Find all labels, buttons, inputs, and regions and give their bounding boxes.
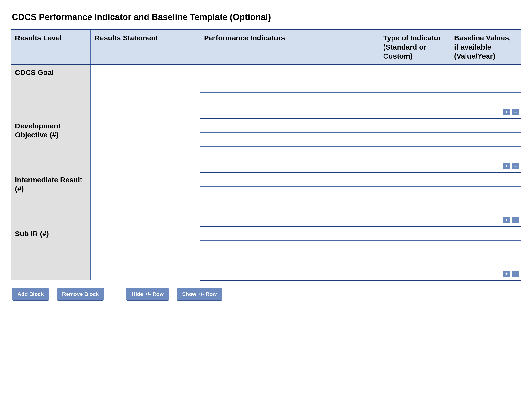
baseline-cell[interactable] (450, 254, 521, 268)
remove-row-button[interactable]: − (512, 163, 519, 169)
baseline-cell[interactable] (450, 187, 521, 200)
type-cell[interactable] (379, 92, 450, 106)
remove-row-button[interactable]: − (512, 271, 519, 277)
page-title: CDCS Performance Indicator and Baseline … (12, 12, 521, 22)
indicator-cell[interactable] (200, 200, 379, 214)
col-header-results-statement: Results Statement (91, 29, 200, 65)
pm-row: + − (200, 214, 521, 226)
show-row-button[interactable]: Show +/- Row (177, 288, 222, 300)
table-row: Intermediate Result (#) (11, 172, 521, 187)
baseline-cell[interactable] (450, 226, 521, 241)
indicator-cell[interactable] (200, 132, 379, 146)
indicator-cell[interactable] (200, 254, 379, 268)
results-statement-cell[interactable] (91, 226, 200, 280)
col-header-performance-indicators: Performance Indicators (200, 29, 379, 65)
baseline-cell[interactable] (450, 79, 521, 92)
indicator-cell[interactable] (200, 92, 379, 106)
indicator-cell[interactable] (200, 240, 379, 254)
type-cell[interactable] (379, 79, 450, 92)
baseline-cell[interactable] (450, 240, 521, 254)
indicator-cell[interactable] (200, 172, 379, 187)
table-row: Sub IR (#) (11, 226, 521, 241)
col-header-results-level: Results Level (11, 29, 91, 65)
indicator-cell[interactable] (200, 119, 379, 133)
template-table: Results Level Results Statement Performa… (11, 29, 521, 281)
indicator-cell[interactable] (200, 79, 379, 92)
footer-buttons: Add Block Remove Block Hide +/- Row Show… (12, 288, 521, 300)
pm-row: + − (200, 106, 521, 119)
type-cell[interactable] (379, 132, 450, 146)
section-label-sub-ir: Sub IR (#) (11, 226, 91, 280)
col-header-baseline: Baseline Values, if available (Value/Yea… (450, 29, 521, 65)
type-cell[interactable] (379, 187, 450, 200)
baseline-cell[interactable] (450, 119, 521, 133)
baseline-cell[interactable] (450, 92, 521, 106)
indicator-cell[interactable] (200, 146, 379, 160)
hide-row-button[interactable]: Hide +/- Row (126, 288, 169, 300)
add-row-button[interactable]: + (503, 217, 510, 223)
type-cell[interactable] (379, 146, 450, 160)
type-cell[interactable] (379, 172, 450, 187)
add-row-button[interactable]: + (503, 271, 510, 277)
table-header-row: Results Level Results Statement Performa… (11, 29, 521, 65)
baseline-cell[interactable] (450, 172, 521, 187)
type-cell[interactable] (379, 240, 450, 254)
remove-block-button[interactable]: Remove Block (57, 288, 104, 300)
type-cell[interactable] (379, 65, 450, 79)
results-statement-cell[interactable] (91, 119, 200, 172)
section-label-development-objective: Development Objective (#) (11, 119, 91, 172)
table-row: Development Objective (#) (11, 119, 521, 133)
pm-row: + − (200, 268, 521, 280)
baseline-cell[interactable] (450, 65, 521, 79)
remove-row-button[interactable]: − (512, 217, 519, 223)
indicator-cell[interactable] (200, 226, 379, 241)
baseline-cell[interactable] (450, 146, 521, 160)
pm-row: + − (200, 160, 521, 172)
remove-row-button[interactable]: − (512, 109, 519, 115)
indicator-cell[interactable] (200, 187, 379, 200)
indicator-cell[interactable] (200, 65, 379, 79)
section-label-cdcs-goal: CDCS Goal (11, 65, 91, 119)
add-block-button[interactable]: Add Block (12, 288, 49, 300)
col-header-indicator-type: Type of Indicator (Standard or Custom) (379, 29, 450, 65)
baseline-cell[interactable] (450, 132, 521, 146)
baseline-cell[interactable] (450, 200, 521, 214)
table-row: CDCS Goal (11, 65, 521, 79)
section-label-intermediate-result: Intermediate Result (#) (11, 172, 91, 226)
type-cell[interactable] (379, 200, 450, 214)
add-row-button[interactable]: + (503, 109, 510, 115)
type-cell[interactable] (379, 226, 450, 241)
type-cell[interactable] (379, 119, 450, 133)
results-statement-cell[interactable] (91, 65, 200, 119)
results-statement-cell[interactable] (91, 172, 200, 226)
add-row-button[interactable]: + (503, 163, 510, 169)
type-cell[interactable] (379, 254, 450, 268)
